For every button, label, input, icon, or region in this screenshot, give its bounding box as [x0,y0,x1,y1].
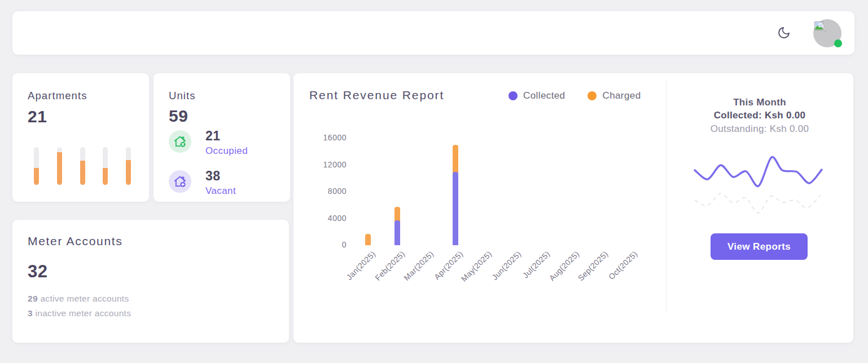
apartment-mini-bar [34,147,39,185]
this-month-sparkline [693,152,824,222]
y-axis-tick: 16000 [310,133,347,142]
apartments-value: 21 [28,108,47,125]
units-card: Units 59 21 Occupied 38 Vacant [154,73,290,202]
charged-bar [365,234,371,245]
apartment-mini-bar [57,147,62,185]
this-month-title: This Month [666,97,853,108]
this-month-outstanding: Outstanding: Ksh 0.00 [666,123,853,135]
inactive-meters-text: inactive meter accounts [33,308,131,318]
y-axis-tick: 0 [310,240,347,249]
revenue-bar-chart: 0400080001200016000Jan(2025)Feb(2025)Mar… [293,73,666,343]
apartment-mini-bar [126,147,131,185]
sparkline-dashed-line [695,193,821,213]
vacant-label: Vacant [205,185,236,197]
vacant-count: 38 [205,170,221,183]
y-axis-tick: 8000 [310,187,347,196]
occupied-label: Occupied [205,145,248,157]
sparkline-solid-line [695,157,822,186]
broken-image-icon [814,21,826,32]
online-status-dot [834,39,842,47]
occupied-house-icon [169,130,191,153]
collected-bar [394,220,400,245]
active-meters-line: 29 active meter accounts [28,294,129,304]
apartments-card: Apartments 21 [12,73,149,202]
user-avatar[interactable] [813,19,841,47]
apartments-title: Apartments [28,90,87,102]
apartment-mini-bar [80,147,85,185]
collected-bar [453,172,458,245]
vacant-house-icon [169,170,191,193]
units-value: 59 [169,108,188,125]
view-reports-button[interactable]: View Reports [711,233,808,260]
dark-mode-toggle[interactable] [777,26,791,39]
header-bar [12,11,854,55]
active-meters-text: active meter accounts [38,294,129,303]
rent-revenue-card: Rent Revenue Report Collected Charged 04… [293,73,853,343]
this-month-collected: Collected: Ksh 0.00 [666,110,853,121]
units-title: Units [169,90,196,102]
meter-accounts-title: Meter Accounts [28,234,123,248]
active-meters-count: 29 [28,294,38,303]
moon-icon [777,26,791,39]
occupied-count: 21 [205,130,221,143]
y-axis-tick: 12000 [310,160,347,169]
inactive-meters-line: 3 inactive meter accounts [28,308,131,318]
apartment-mini-bar [103,147,108,185]
inactive-meters-count: 3 [28,308,33,318]
meter-accounts-value: 32 [28,263,47,280]
y-axis-tick: 4000 [310,214,347,223]
meter-accounts-card: Meter Accounts 32 29 active meter accoun… [12,220,289,343]
